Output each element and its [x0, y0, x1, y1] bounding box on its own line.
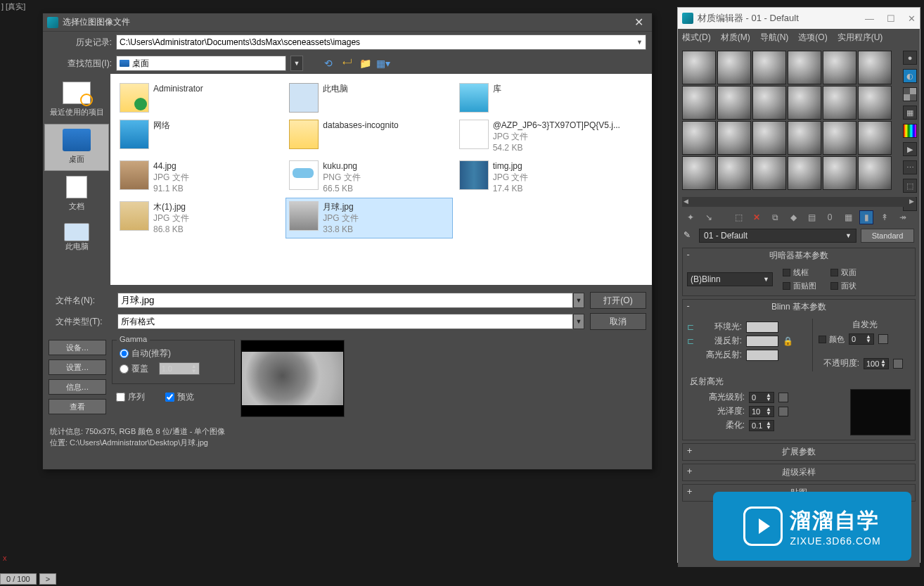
preview-checkbox[interactable]: 预览 [165, 391, 194, 403]
sidebar-item-thispc[interactable]: 此电脑 [44, 218, 109, 258]
put-library-icon[interactable]: ▤ [804, 210, 819, 224]
make-preview-icon[interactable]: ▶ [903, 142, 917, 156]
color-checkbox[interactable]: 颜色 [819, 334, 845, 345]
sample-uv-icon[interactable]: ▦ [903, 106, 917, 120]
rollout-extended[interactable]: +扩展参数 [682, 443, 916, 461]
sample-slot[interactable] [788, 51, 821, 84]
sample-slot[interactable] [858, 156, 892, 190]
sample-slot[interactable] [717, 121, 751, 155]
sample-slot[interactable] [752, 51, 786, 84]
sample-slot[interactable] [717, 86, 751, 120]
filetype-dropdown[interactable]: 所有格式 [117, 314, 573, 329]
list-item[interactable]: 网络 [116, 116, 283, 153]
sidebar-item-desktop[interactable]: 桌面 [44, 124, 109, 171]
ambient-swatch[interactable] [746, 321, 778, 333]
sample-slot[interactable] [788, 86, 821, 120]
setup-button[interactable]: 设置… [49, 359, 106, 375]
lookin-dropdown[interactable]: 桌面 [116, 56, 286, 71]
wire-checkbox[interactable]: 线框 [783, 267, 816, 278]
select-by-material-icon[interactable]: ⬚ [903, 179, 917, 193]
list-item[interactable]: kuku.pngPNG 文件66.5 KB [285, 157, 453, 198]
sequence-checkbox[interactable]: 序列 [116, 391, 145, 403]
history-dropdown[interactable]: C:\Users\Administrator\Documents\3dsMax\… [116, 34, 646, 50]
list-item[interactable]: Administrator [116, 79, 283, 116]
spec-level-map-button[interactable] [778, 393, 788, 402]
opacity-spinner[interactable]: 100▲▼ [864, 358, 889, 369]
soften-spinner[interactable]: 0.1▲▼ [749, 420, 774, 431]
facemap-checkbox[interactable]: 面贴图 [783, 281, 816, 291]
sample-slot[interactable] [858, 51, 892, 84]
sidebar-item-documents[interactable]: 文档 [44, 171, 109, 218]
sample-slot[interactable] [752, 86, 786, 120]
background-icon[interactable] [903, 87, 917, 101]
sample-slot[interactable] [788, 121, 821, 155]
up-icon[interactable]: ⮠ [340, 56, 354, 70]
assign-icon[interactable]: ⬚ [731, 210, 745, 224]
maximize-icon[interactable]: ☐ [887, 13, 895, 24]
specular-swatch[interactable] [746, 350, 778, 361]
mat-titlebar[interactable]: 材质编辑器 - 01 - Default — ☐ ✕ [678, 8, 920, 29]
material-type-button[interactable]: Standard [861, 229, 914, 243]
sample-slot[interactable] [858, 121, 892, 155]
gloss-map-button[interactable] [778, 407, 788, 416]
file-list[interactable]: Administrator 此电脑 库 网络 databases-incogni… [110, 74, 652, 285]
sample-slot[interactable] [717, 51, 751, 84]
sample-slot[interactable] [752, 156, 786, 190]
sample-scrollbar[interactable]: ◀▶ [682, 197, 916, 207]
close-icon[interactable]: ✕ [630, 15, 648, 29]
sample-slot[interactable] [682, 86, 716, 120]
frame-counter[interactable]: 0 / 100 [0, 573, 37, 585]
list-item[interactable]: 木(1).jpgJPG 文件86.8 KB [116, 198, 283, 238]
diffuse-swatch[interactable] [746, 336, 778, 347]
opacity-map-button[interactable] [893, 359, 903, 369]
gamma-override-radio[interactable]: 覆盖 1.0▲▼ [120, 362, 227, 375]
list-item[interactable]: 此电脑 [285, 79, 453, 116]
backlight-icon[interactable]: ◐ [903, 69, 917, 83]
info-button[interactable]: 信息… [49, 379, 106, 395]
sample-slot[interactable] [858, 86, 892, 120]
lock-icon[interactable]: ⊏ [687, 336, 697, 346]
menu-util[interactable]: 实用程序(U) [838, 32, 883, 44]
list-item[interactable]: databases-incognito [285, 116, 453, 153]
go-to-parent-icon[interactable]: ↟ [878, 210, 892, 224]
get-material-icon[interactable]: ✦ [684, 210, 698, 224]
menu-nav[interactable]: 导航(N) [760, 32, 789, 44]
minimize-icon[interactable]: — [865, 13, 874, 24]
sample-slot[interactable] [823, 121, 856, 155]
sample-type-icon[interactable]: ● [903, 51, 917, 65]
list-item[interactable]: 44.jpgJPG 文件91.1 KB [116, 157, 283, 198]
pick-material-icon[interactable]: ✎ [684, 230, 695, 241]
menu-material[interactable]: 材质(M) [721, 32, 750, 44]
2sided-checkbox[interactable]: 双面 [830, 267, 856, 278]
faceted-checkbox[interactable]: 面状 [830, 281, 856, 291]
menu-options[interactable]: 选项(O) [798, 32, 827, 44]
sample-slot[interactable] [788, 156, 821, 190]
list-item[interactable]: @AZP_JP6~3}TX97OT]PQ{V5.j...JPG 文件54.2 K… [456, 116, 623, 157]
gamma-spinner[interactable]: 1.0▲▼ [159, 362, 200, 375]
open-button[interactable]: 打开(O) [590, 292, 646, 309]
shader-dropdown[interactable]: (B)Blinn▼ [687, 272, 773, 286]
menu-mode[interactable]: 模式(D) [682, 32, 711, 44]
rollout-supersampling[interactable]: +超级采样 [682, 464, 916, 481]
put-to-scene-icon[interactable]: ↘ [702, 210, 716, 224]
lookin-dropdown-button[interactable]: ▼ [290, 56, 303, 71]
list-item-selected[interactable]: 月球.jpgJPG 文件33.8 KB [285, 198, 453, 238]
cancel-button[interactable]: 取消 [590, 313, 646, 330]
options-icon[interactable]: ⋯ [903, 160, 917, 174]
list-item[interactable]: 库 [456, 79, 623, 116]
filename-input[interactable] [117, 293, 573, 308]
make-unique-icon[interactable]: ◆ [786, 210, 800, 224]
make-copy-icon[interactable]: ⧉ [768, 210, 782, 224]
frame-arrow[interactable]: > [39, 573, 56, 585]
sample-slot[interactable] [682, 51, 716, 84]
device-button[interactable]: 设备… [49, 340, 106, 355]
self-illum-map-button[interactable] [878, 334, 888, 344]
sample-slot[interactable] [823, 156, 856, 190]
sample-slot[interactable] [682, 156, 716, 190]
material-name-dropdown[interactable]: 01 - Default▼ [699, 229, 856, 243]
go-forward-icon[interactable]: ↠ [896, 210, 910, 224]
self-illum-spinner[interactable]: 0▲▼ [849, 333, 874, 345]
sidebar-item-recent[interactable]: 最近使用的项目 [44, 77, 109, 124]
sample-slot[interactable] [752, 121, 786, 155]
sample-slot[interactable] [823, 86, 856, 120]
